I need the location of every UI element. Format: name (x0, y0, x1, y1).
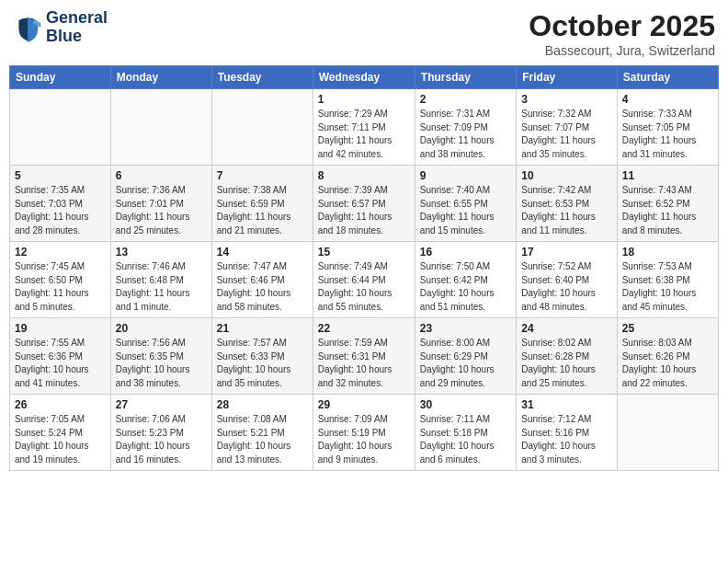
day-number: 30 (420, 398, 511, 411)
calendar-week-5: 26Sunrise: 7:05 AM Sunset: 5:24 PM Dayli… (10, 395, 719, 471)
day-info: Sunrise: 7:08 AM Sunset: 5:21 PM Dayligh… (217, 413, 308, 466)
calendar-cell: 14Sunrise: 7:47 AM Sunset: 6:46 PM Dayli… (211, 242, 313, 318)
calendar-cell: 1Sunrise: 7:29 AM Sunset: 7:11 PM Daylig… (313, 89, 415, 166)
day-number: 31 (521, 398, 611, 411)
weekday-header-sunday: Sunday (10, 66, 111, 89)
day-number: 3 (521, 93, 611, 106)
calendar-cell (10, 89, 111, 166)
day-info: Sunrise: 7:35 AM Sunset: 7:03 PM Dayligh… (15, 184, 106, 237)
calendar-cell: 6Sunrise: 7:36 AM Sunset: 7:01 PM Daylig… (110, 166, 211, 242)
calendar-cell: 8Sunrise: 7:39 AM Sunset: 6:57 PM Daylig… (313, 166, 415, 242)
day-info: Sunrise: 7:49 AM Sunset: 6:44 PM Dayligh… (318, 260, 410, 314)
day-info: Sunrise: 7:47 AM Sunset: 6:46 PM Dayligh… (217, 260, 308, 314)
calendar-cell: 30Sunrise: 7:11 AM Sunset: 5:18 PM Dayli… (415, 395, 516, 471)
day-number: 20 (116, 322, 207, 335)
day-info: Sunrise: 7:45 AM Sunset: 6:50 PM Dayligh… (15, 260, 106, 314)
day-number: 26 (15, 398, 106, 411)
day-info: Sunrise: 7:05 AM Sunset: 5:24 PM Dayligh… (15, 413, 106, 466)
day-info: Sunrise: 7:42 AM Sunset: 6:53 PM Dayligh… (521, 184, 611, 237)
logo-text: General Blue (46, 9, 108, 46)
day-info: Sunrise: 7:33 AM Sunset: 7:05 PM Dayligh… (622, 108, 713, 161)
calendar-cell: 26Sunrise: 7:05 AM Sunset: 5:24 PM Dayli… (10, 395, 111, 471)
calendar-cell: 3Sunrise: 7:32 AM Sunset: 7:07 PM Daylig… (517, 89, 617, 166)
calendar-cell: 11Sunrise: 7:43 AM Sunset: 6:52 PM Dayli… (617, 166, 718, 242)
weekday-header-tuesday: Tuesday (211, 66, 313, 89)
day-info: Sunrise: 7:57 AM Sunset: 6:33 PM Dayligh… (217, 337, 308, 390)
day-number: 13 (116, 246, 207, 259)
calendar-cell: 17Sunrise: 7:52 AM Sunset: 6:40 PM Dayli… (517, 242, 617, 318)
calendar-cell: 2Sunrise: 7:31 AM Sunset: 7:09 PM Daylig… (415, 89, 516, 166)
calendar-cell: 7Sunrise: 7:38 AM Sunset: 6:59 PM Daylig… (211, 166, 313, 242)
calendar-cell: 28Sunrise: 7:08 AM Sunset: 5:21 PM Dayli… (211, 395, 313, 471)
day-number: 10 (521, 169, 611, 182)
day-info: Sunrise: 7:09 AM Sunset: 5:19 PM Dayligh… (318, 413, 410, 466)
page-header: General Blue October 2025 Bassecourt, Ju… (9, 9, 719, 58)
logo-line2: Blue (46, 27, 82, 45)
day-info: Sunrise: 7:55 AM Sunset: 6:36 PM Dayligh… (15, 337, 106, 390)
day-info: Sunrise: 7:52 AM Sunset: 6:40 PM Dayligh… (521, 260, 611, 314)
logo-icon (13, 13, 42, 42)
calendar-cell: 5Sunrise: 7:35 AM Sunset: 7:03 PM Daylig… (10, 166, 111, 242)
calendar-cell: 31Sunrise: 7:12 AM Sunset: 5:16 PM Dayli… (517, 395, 617, 471)
title-block: October 2025 Bassecourt, Jura, Switzerla… (529, 9, 715, 58)
day-info: Sunrise: 7:11 AM Sunset: 5:18 PM Dayligh… (420, 413, 511, 466)
calendar-cell: 24Sunrise: 8:02 AM Sunset: 6:28 PM Dayli… (517, 318, 617, 395)
day-number: 7 (217, 169, 308, 182)
day-number: 1 (318, 93, 410, 106)
day-info: Sunrise: 8:02 AM Sunset: 6:28 PM Dayligh… (521, 337, 611, 390)
day-info: Sunrise: 7:06 AM Sunset: 5:23 PM Dayligh… (116, 413, 207, 466)
calendar-table: SundayMondayTuesdayWednesdayThursdayFrid… (9, 65, 719, 471)
day-number: 18 (622, 246, 713, 259)
day-info: Sunrise: 7:31 AM Sunset: 7:09 PM Dayligh… (420, 108, 511, 161)
calendar-week-3: 12Sunrise: 7:45 AM Sunset: 6:50 PM Dayli… (10, 242, 719, 318)
day-info: Sunrise: 7:39 AM Sunset: 6:57 PM Dayligh… (318, 184, 410, 237)
day-info: Sunrise: 8:00 AM Sunset: 6:29 PM Dayligh… (420, 337, 511, 390)
weekday-header-wednesday: Wednesday (313, 66, 415, 89)
calendar-cell: 10Sunrise: 7:42 AM Sunset: 6:53 PM Dayli… (517, 166, 617, 242)
day-number: 8 (318, 169, 410, 182)
weekday-header-friday: Friday (517, 66, 617, 89)
calendar-cell: 27Sunrise: 7:06 AM Sunset: 5:23 PM Dayli… (110, 395, 211, 471)
calendar-cell: 21Sunrise: 7:57 AM Sunset: 6:33 PM Dayli… (211, 318, 313, 395)
calendar-cell: 22Sunrise: 7:59 AM Sunset: 6:31 PM Dayli… (313, 318, 415, 395)
calendar-week-2: 5Sunrise: 7:35 AM Sunset: 7:03 PM Daylig… (10, 166, 719, 242)
day-number: 11 (622, 169, 713, 182)
day-number: 27 (116, 398, 207, 411)
calendar-cell: 29Sunrise: 7:09 AM Sunset: 5:19 PM Dayli… (313, 395, 415, 471)
day-number: 15 (318, 246, 410, 259)
day-info: Sunrise: 7:43 AM Sunset: 6:52 PM Dayligh… (622, 184, 713, 237)
day-info: Sunrise: 7:50 AM Sunset: 6:42 PM Dayligh… (420, 260, 511, 314)
weekday-header-thursday: Thursday (415, 66, 516, 89)
day-info: Sunrise: 7:40 AM Sunset: 6:55 PM Dayligh… (420, 184, 511, 237)
day-number: 12 (15, 246, 106, 259)
day-info: Sunrise: 7:59 AM Sunset: 6:31 PM Dayligh… (318, 337, 410, 390)
day-number: 21 (217, 322, 308, 335)
month-title: October 2025 (529, 9, 715, 43)
day-info: Sunrise: 7:32 AM Sunset: 7:07 PM Dayligh… (521, 108, 611, 161)
day-number: 17 (521, 246, 611, 259)
day-number: 9 (420, 169, 511, 182)
calendar-cell: 18Sunrise: 7:53 AM Sunset: 6:38 PM Dayli… (617, 242, 718, 318)
calendar-cell (617, 395, 718, 471)
day-number: 14 (217, 246, 308, 259)
day-info: Sunrise: 7:29 AM Sunset: 7:11 PM Dayligh… (318, 108, 410, 161)
day-number: 19 (15, 322, 106, 335)
day-number: 23 (420, 322, 511, 335)
day-info: Sunrise: 7:12 AM Sunset: 5:16 PM Dayligh… (521, 413, 611, 466)
day-number: 22 (318, 322, 410, 335)
day-number: 25 (622, 322, 713, 335)
weekday-header-row: SundayMondayTuesdayWednesdayThursdayFrid… (10, 66, 719, 89)
calendar-cell: 4Sunrise: 7:33 AM Sunset: 7:05 PM Daylig… (617, 89, 718, 166)
day-number: 16 (420, 246, 511, 259)
calendar-cell: 23Sunrise: 8:00 AM Sunset: 6:29 PM Dayli… (415, 318, 516, 395)
calendar-cell (110, 89, 211, 166)
day-number: 6 (116, 169, 207, 182)
day-number: 29 (318, 398, 410, 411)
calendar-week-1: 1Sunrise: 7:29 AM Sunset: 7:11 PM Daylig… (10, 89, 719, 166)
day-info: Sunrise: 7:53 AM Sunset: 6:38 PM Dayligh… (622, 260, 713, 314)
day-number: 5 (15, 169, 106, 182)
weekday-header-monday: Monday (110, 66, 211, 89)
day-info: Sunrise: 8:03 AM Sunset: 6:26 PM Dayligh… (622, 337, 713, 390)
calendar-cell: 20Sunrise: 7:56 AM Sunset: 6:35 PM Dayli… (110, 318, 211, 395)
calendar-cell: 15Sunrise: 7:49 AM Sunset: 6:44 PM Dayli… (313, 242, 415, 318)
